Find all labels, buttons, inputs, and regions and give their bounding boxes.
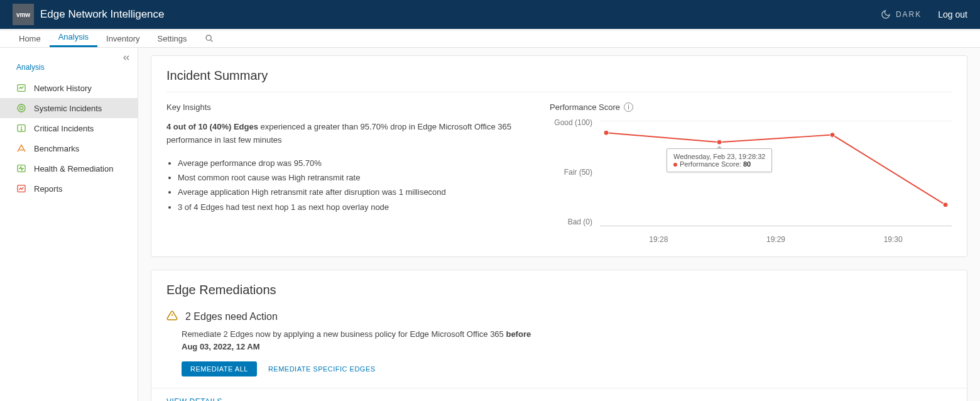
sidebar-item-systemic-incidents[interactable]: Systemic Incidents <box>0 98 138 118</box>
view-details-link[interactable]: VIEW DETAILS <box>151 388 967 401</box>
y-tick-label: Bad (0) <box>550 217 592 226</box>
performance-score-panel: Performance Score i Good (100)Fair (50)B… <box>550 102 952 244</box>
key-insights-panel: Key Insights 4 out of 10 (40%) Edges exp… <box>166 102 525 244</box>
info-icon[interactable]: i <box>624 102 633 112</box>
y-tick-label: Good (100) <box>550 118 592 127</box>
y-tick-label: Fair (50) <box>550 168 592 177</box>
x-tick-label: 19:30 <box>884 235 903 244</box>
sidebar-section-title: Analysis <box>0 52 138 78</box>
remediation-text: Remediate 2 Edges now by applying a new … <box>166 328 952 353</box>
sidebar-item-label: Network History <box>34 84 92 93</box>
edge-remediations-card: Edge Remediations 2 Edges need Action Re… <box>151 270 967 401</box>
tooltip-metric-label: Performance Score: <box>680 160 743 168</box>
app-header: vmw Edge Network Intelligence DARK Log o… <box>0 0 980 29</box>
svg-point-16 <box>943 202 948 207</box>
sidebar-item-benchmarks[interactable]: Benchmarks <box>0 138 138 158</box>
remediate-specific-button[interactable]: REMEDIATE SPECIFIC EDGES <box>268 365 376 373</box>
insight-bullet: Most common root cause was High retransm… <box>178 170 525 185</box>
insights-lead-bold: 4 out of 10 (40%) Edges <box>166 122 258 131</box>
svg-point-0 <box>206 35 211 40</box>
svg-point-13 <box>604 130 609 135</box>
svg-point-15 <box>830 133 835 138</box>
sidebar-icon <box>16 103 26 113</box>
sidebar-icon <box>16 83 26 93</box>
insight-bullet: 3 of 4 Edges had test next hop 1 as next… <box>178 200 525 214</box>
x-tick-label: 19:28 <box>649 235 668 244</box>
remediate-all-button[interactable]: REMEDIATE ALL <box>182 361 257 376</box>
dark-label: DARK <box>896 10 922 19</box>
main-navbar: HomeAnalysisInventorySettings <box>0 29 980 48</box>
tab-inventory[interactable]: Inventory <box>97 34 148 47</box>
sidebar-item-health-remediation[interactable]: Health & Remediation <box>0 158 138 179</box>
tooltip-value: 80 <box>743 160 751 168</box>
insights-lead-text: 4 out of 10 (40%) Edges experienced a gr… <box>166 121 525 147</box>
sidebar-item-label: Systemic Incidents <box>34 104 102 113</box>
sidebar-item-label: Critical Incidents <box>34 124 94 133</box>
search-icon[interactable] <box>196 34 222 47</box>
insight-bullet: Average performance drop was 95.70% <box>178 156 525 170</box>
key-insights-label: Key Insights <box>166 102 525 112</box>
insights-bullet-list: Average performance drop was 95.70%Most … <box>166 156 525 215</box>
tooltip-date: Wednesday, Feb 23, 19:28:32 <box>673 153 765 160</box>
svg-point-4 <box>19 106 23 109</box>
collapse-sidebar-icon[interactable] <box>121 53 131 65</box>
vmware-logo: vmw <box>13 4 34 25</box>
sidebar-item-reports[interactable]: Reports <box>0 179 138 199</box>
edge-remediations-title: Edge Remediations <box>166 283 952 306</box>
sidebar-item-label: Reports <box>34 184 63 194</box>
insight-bullet: Average application High retransmit rate… <box>178 185 525 199</box>
performance-score-chart: Good (100)Fair (50)Bad (0) Wednesday, Fe… <box>550 118 952 244</box>
svg-line-1 <box>210 40 212 41</box>
app-title: Edge Network Intelligence <box>40 8 881 21</box>
svg-point-3 <box>18 104 25 112</box>
sidebar-icon <box>16 143 26 153</box>
sidebar-item-critical-incidents[interactable]: Critical Incidents <box>0 118 138 138</box>
dark-mode-toggle[interactable]: DARK <box>881 9 922 19</box>
remediation-action-title: 2 Edges need Action <box>185 311 278 322</box>
warning-icon <box>166 310 178 323</box>
sidebar-icon <box>16 123 26 133</box>
logout-link[interactable]: Log out <box>938 9 967 19</box>
sidebar-icon <box>16 184 26 194</box>
sidebar-item-label: Health & Remediation <box>34 164 113 173</box>
tab-analysis[interactable]: Analysis <box>50 32 97 47</box>
svg-point-14 <box>717 140 722 145</box>
sidebar-item-label: Benchmarks <box>34 144 79 153</box>
sidebar-item-network-history[interactable]: Network History <box>0 78 138 98</box>
x-tick-label: 19:29 <box>766 235 785 244</box>
main-content: Incident Summary Key Insights 4 out of 1… <box>138 48 980 401</box>
remediation-text-before: before <box>506 329 531 339</box>
chart-tooltip: Wednesday, Feb 23, 19:28:32 Performance … <box>667 148 772 172</box>
tab-home[interactable]: Home <box>10 34 50 47</box>
remediation-text-date: Aug 03, 2022, 12 AM <box>182 342 260 351</box>
remediation-text-a: Remediate 2 Edges now by applying a new … <box>182 329 506 339</box>
incident-summary-title: Incident Summary <box>166 69 952 92</box>
sidebar-icon <box>16 163 26 173</box>
moon-icon <box>881 9 891 19</box>
tab-settings[interactable]: Settings <box>149 34 196 47</box>
incident-summary-card: Incident Summary Key Insights 4 out of 1… <box>151 55 967 257</box>
svg-point-9 <box>21 129 21 130</box>
performance-score-label: Performance Score <box>550 102 620 112</box>
analysis-sidebar: Analysis Network HistorySystemic Inciden… <box>0 48 138 401</box>
